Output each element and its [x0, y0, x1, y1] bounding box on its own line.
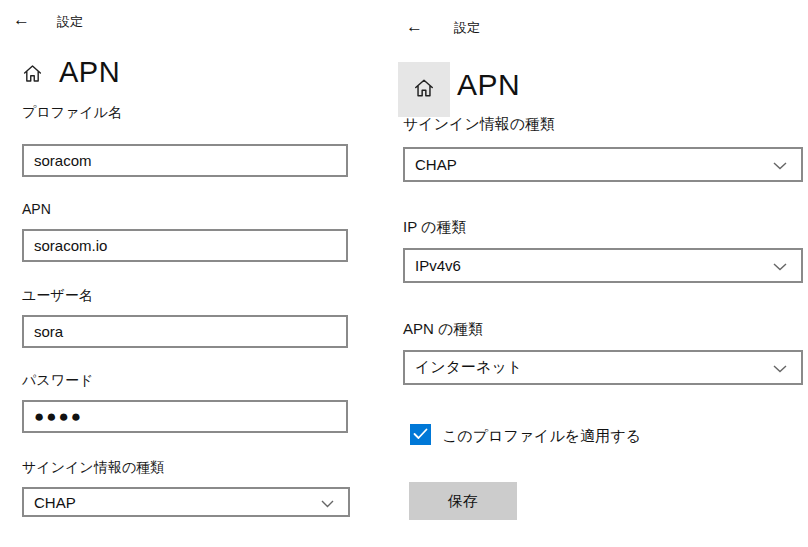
signin-type-select[interactable]: CHAP	[403, 147, 803, 182]
signin-type-select[interactable]: CHAP	[22, 487, 350, 517]
username-input[interactable]	[22, 315, 348, 348]
page-title: APN	[457, 68, 520, 102]
home-button[interactable]	[20, 63, 44, 87]
check-icon	[413, 426, 428, 444]
home-icon	[413, 77, 435, 103]
chevron-down-icon	[773, 257, 787, 274]
profile-name-label: プロファイル名	[22, 104, 122, 122]
back-button[interactable]: ←	[13, 11, 30, 28]
app-title: 設定	[454, 19, 480, 37]
password-input[interactable]	[22, 400, 348, 433]
apn-input[interactable]	[22, 229, 348, 262]
apn-label: APN	[22, 201, 51, 217]
signin-type-value: CHAP	[34, 494, 76, 511]
signin-type-value: CHAP	[415, 156, 457, 173]
chevron-down-icon	[773, 359, 787, 376]
signin-type-label: サインイン情報の種類	[403, 115, 555, 134]
apn-type-select[interactable]: インターネット	[403, 350, 803, 385]
home-icon	[22, 63, 43, 88]
signin-type-label: サインイン情報の種類	[22, 459, 164, 477]
app-title: 設定	[57, 13, 83, 31]
chevron-down-icon	[773, 156, 787, 173]
apply-profile-label: このプロファイルを適用する	[442, 427, 641, 446]
back-button[interactable]: ←	[406, 18, 423, 35]
apn-type-value: インターネット	[415, 358, 522, 377]
apn-type-label: APN の種類	[403, 320, 483, 339]
profile-name-input[interactable]	[22, 144, 348, 177]
ip-type-select[interactable]: IPv4v6	[403, 248, 803, 283]
ip-type-label: IP の種類	[403, 218, 466, 237]
page-title: APN	[59, 56, 120, 89]
back-arrow-icon: ←	[13, 10, 30, 29]
home-button[interactable]	[398, 62, 450, 117]
back-arrow-icon: ←	[406, 17, 423, 36]
settings-apn-screen: ← 設定 APN プロファイル名 APN ユーザー名 パスワード サインイン情報…	[0, 0, 808, 547]
password-label: パスワード	[22, 372, 93, 390]
save-button[interactable]: 保存	[409, 482, 517, 520]
chevron-down-icon	[321, 494, 334, 511]
ip-type-value: IPv4v6	[415, 257, 461, 274]
username-label: ユーザー名	[22, 287, 93, 305]
apply-profile-checkbox[interactable]	[410, 424, 431, 445]
